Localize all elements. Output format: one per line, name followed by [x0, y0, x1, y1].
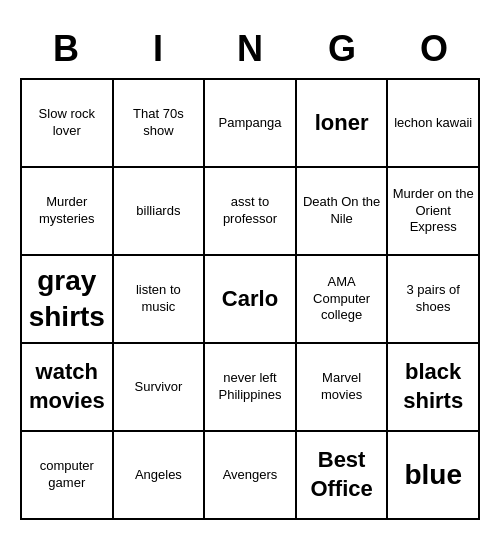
- bingo-cell[interactable]: loner: [297, 80, 389, 168]
- bingo-header: BINGO: [20, 24, 480, 78]
- bingo-cell[interactable]: lechon kawaii: [388, 80, 480, 168]
- bingo-cell[interactable]: gray shirts: [22, 256, 114, 344]
- bingo-cell[interactable]: That 70s show: [114, 80, 206, 168]
- header-letter: G: [296, 24, 388, 78]
- bingo-cell[interactable]: Murder mysteries: [22, 168, 114, 256]
- bingo-cell[interactable]: Marvel movies: [297, 344, 389, 432]
- bingo-cell[interactable]: never left Philippines: [205, 344, 297, 432]
- bingo-cell[interactable]: Survivor: [114, 344, 206, 432]
- bingo-cell[interactable]: listen to music: [114, 256, 206, 344]
- bingo-cell[interactable]: Slow rock lover: [22, 80, 114, 168]
- bingo-cell[interactable]: 3 pairs of shoes: [388, 256, 480, 344]
- bingo-cell[interactable]: Pampanga: [205, 80, 297, 168]
- bingo-cell[interactable]: Carlo: [205, 256, 297, 344]
- bingo-cell[interactable]: blue: [388, 432, 480, 520]
- bingo-cell[interactable]: black shirts: [388, 344, 480, 432]
- bingo-cell[interactable]: Angeles: [114, 432, 206, 520]
- bingo-grid: Slow rock loverThat 70s showPampangalone…: [20, 78, 480, 520]
- bingo-cell[interactable]: Death On the Nile: [297, 168, 389, 256]
- bingo-cell[interactable]: Avengers: [205, 432, 297, 520]
- bingo-cell[interactable]: computer gamer: [22, 432, 114, 520]
- bingo-cell[interactable]: billiards: [114, 168, 206, 256]
- bingo-cell[interactable]: Best Office: [297, 432, 389, 520]
- header-letter: N: [204, 24, 296, 78]
- header-letter: B: [20, 24, 112, 78]
- bingo-cell[interactable]: asst to professor: [205, 168, 297, 256]
- header-letter: I: [112, 24, 204, 78]
- bingo-cell[interactable]: Murder on the Orient Express: [388, 168, 480, 256]
- bingo-cell[interactable]: AMA Computer college: [297, 256, 389, 344]
- bingo-cell[interactable]: watch movies: [22, 344, 114, 432]
- bingo-card: BINGO Slow rock loverThat 70s showPampan…: [10, 14, 490, 530]
- header-letter: O: [388, 24, 480, 78]
